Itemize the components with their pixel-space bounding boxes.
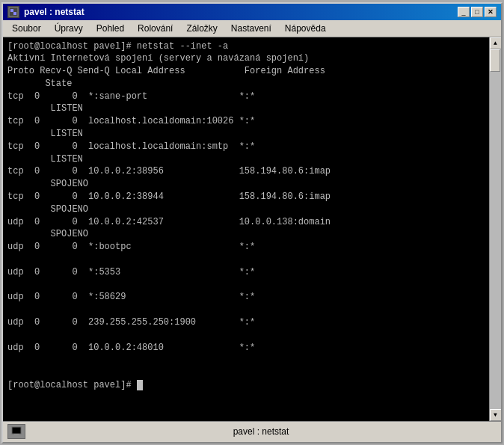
- title-buttons: _ □ ✕: [458, 7, 497, 17]
- svg-rect-1: [10, 9, 13, 12]
- close-button[interactable]: ✕: [485, 7, 497, 17]
- menu-item-zloky[interactable]: Záložky: [180, 22, 223, 35]
- scroll-thumb[interactable]: [490, 49, 500, 72]
- menu-item-nastaven[interactable]: Nastavení: [225, 22, 277, 35]
- scroll-down-button[interactable]: ▼: [490, 409, 502, 421]
- menu-item-pohled[interactable]: Pohled: [90, 22, 130, 35]
- menu-item-pravy[interactable]: Úpravy: [49, 22, 89, 35]
- svg-rect-4: [14, 434, 19, 435]
- status-bar: pavel : netstat: [3, 421, 501, 442]
- window-title: pavel : netstat: [24, 7, 84, 17]
- scroll-track[interactable]: [490, 49, 501, 409]
- terminal-prompt: [root@localhost pavel]#: [7, 380, 137, 390]
- terminal[interactable]: [root@localhost pavel]# netstat --inet -…: [3, 37, 489, 421]
- status-title: pavel : netstat: [25, 426, 497, 437]
- terminal-cursor: [137, 380, 143, 390]
- status-icon: [7, 424, 25, 439]
- maximize-button[interactable]: □: [471, 7, 483, 17]
- minimize-button[interactable]: _: [458, 7, 470, 17]
- scroll-up-button[interactable]: ▲: [490, 37, 502, 49]
- menu-bar: SouborÚpravyPohledRolováníZáložkyNastave…: [3, 20, 501, 37]
- window: pavel : netstat _ □ ✕ SouborÚpravyPohled…: [1, 2, 503, 444]
- menu-item-npovda[interactable]: Nápověda: [279, 22, 332, 35]
- title-bar-left: pavel : netstat: [7, 6, 84, 18]
- window-icon: [7, 6, 19, 18]
- terminal-container: [root@localhost pavel]# netstat --inet -…: [3, 37, 501, 421]
- svg-rect-2: [13, 12, 16, 15]
- menu-item-rolovn[interactable]: Rolování: [132, 22, 179, 35]
- menu-item-soubor[interactable]: Soubor: [6, 22, 47, 35]
- svg-rect-5: [13, 435, 20, 436]
- title-bar: pavel : netstat _ □ ✕: [3, 4, 501, 20]
- svg-rect-3: [12, 427, 21, 434]
- scrollbar: ▲ ▼: [489, 37, 501, 421]
